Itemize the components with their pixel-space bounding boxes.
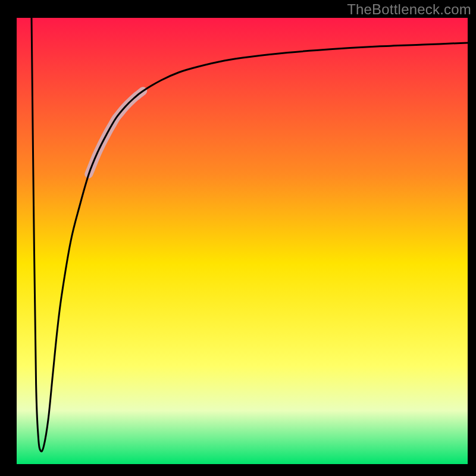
frame-top — [0, 0, 476, 18]
frame-bottom — [0, 464, 476, 476]
plot-background — [17, 18, 468, 464]
bottleneck-chart: TheBottleneck.com — [0, 0, 476, 476]
frame-right — [468, 0, 476, 476]
frame-left — [0, 0, 17, 476]
chart-svg — [0, 0, 476, 476]
